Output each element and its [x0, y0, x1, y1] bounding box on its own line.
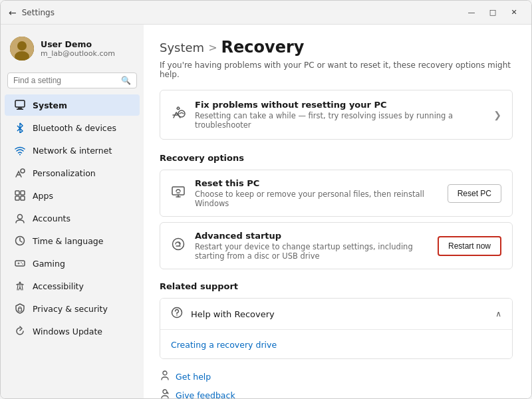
sidebar-item-system-label: System — [33, 100, 67, 110]
title-bar: ← Settings — □ ✕ — [1, 1, 531, 25]
content-area: System > Recovery If you're having probl… — [144, 25, 531, 398]
svg-rect-5 — [17, 109, 23, 110]
maximize-button[interactable]: □ — [483, 3, 502, 22]
reset-pc-button[interactable]: Reset PC — [448, 184, 501, 203]
support-body: Creating a recovery drive — [160, 329, 512, 358]
sidebar-item-bluetooth[interactable]: Bluetooth & devices — [5, 117, 140, 138]
sidebar: User Demo m_lab@outlook.com 🔍 System — [1, 25, 144, 398]
svg-rect-8 — [15, 191, 19, 195]
get-help-icon — [160, 370, 170, 383]
give-feedback-item[interactable]: Give feedback — [160, 388, 513, 398]
svg-point-23 — [176, 315, 178, 316]
fix-problems-title: Fix problems without resetting your PC — [195, 100, 493, 110]
window-title: Settings — [22, 8, 462, 17]
breadcrumb-separator: > — [208, 41, 217, 54]
gaming-icon — [14, 257, 26, 269]
svg-point-1 — [17, 41, 27, 51]
svg-point-7 — [21, 169, 25, 173]
recovery-options-title: Recovery options — [160, 153, 513, 163]
sidebar-item-apps[interactable]: Apps — [5, 185, 140, 206]
sidebar-item-personalization[interactable]: Personalization — [5, 162, 140, 184]
sidebar-item-update-label: Windows Update — [33, 327, 102, 336]
user-name: User Demo — [41, 39, 115, 49]
svg-rect-14 — [15, 261, 25, 266]
bluetooth-icon — [14, 122, 26, 134]
svg-point-16 — [22, 263, 23, 265]
svg-rect-18 — [19, 309, 22, 311]
page-description: If you're having problems with your PC o… — [160, 61, 513, 79]
back-button[interactable]: ← — [9, 7, 17, 18]
advanced-startup-desc: Restart your device to change startup se… — [195, 242, 438, 261]
sidebar-item-update[interactable]: Windows Update — [5, 321, 140, 342]
svg-point-6 — [19, 154, 21, 156]
sidebar-item-privacy[interactable]: Privacy & security — [5, 298, 140, 319]
sidebar-item-accessibility[interactable]: Accessibility — [5, 275, 140, 297]
help-recovery-icon — [171, 307, 183, 321]
time-icon — [14, 235, 26, 247]
sidebar-item-personalization-label: Personalization — [33, 168, 96, 178]
search-icon: 🔍 — [121, 76, 131, 85]
accessibility-icon — [14, 280, 26, 292]
sidebar-item-network-label: Network & internet — [33, 146, 112, 156]
breadcrumb-parent[interactable]: System — [160, 41, 204, 55]
user-email: m_lab@outlook.com — [41, 49, 115, 58]
breadcrumb: System > Recovery — [160, 38, 513, 57]
restart-now-button[interactable]: Restart now — [438, 236, 501, 256]
give-feedback-icon — [160, 388, 170, 398]
sidebar-item-accounts-label: Accounts — [33, 213, 70, 223]
reset-pc-row: Reset this PC Choose to keep or remove y… — [160, 170, 513, 217]
advanced-startup-row: Advanced startup Restart your device to … — [160, 222, 513, 269]
get-help-item[interactable]: Get help — [160, 370, 513, 383]
help-with-recovery-header[interactable]: Help with Recovery ∧ — [160, 299, 512, 329]
related-support-title: Related support — [160, 281, 513, 291]
privacy-icon — [14, 303, 26, 315]
recovery-drive-link[interactable]: Creating a recovery drive — [171, 340, 277, 350]
sidebar-item-network[interactable]: Network & internet — [5, 140, 140, 161]
chevron-up-icon: ∧ — [495, 309, 501, 319]
user-profile[interactable]: User Demo m_lab@outlook.com — [1, 30, 144, 67]
sidebar-item-accounts[interactable]: Accounts — [5, 207, 140, 229]
get-help-text: Get help — [176, 372, 211, 382]
svg-rect-10 — [15, 196, 19, 200]
sidebar-item-time[interactable]: Time & language — [5, 230, 140, 251]
window-controls: — □ ✕ — [462, 3, 523, 22]
avatar — [10, 37, 34, 61]
sidebar-item-apps-label: Apps — [33, 191, 53, 201]
related-support-section: Related support Help with Recovery ∧ Cre… — [160, 281, 513, 359]
close-button[interactable]: ✕ — [505, 3, 523, 22]
svg-rect-11 — [21, 196, 25, 200]
avatar-icon — [10, 37, 34, 61]
advanced-startup-text: Advanced startup Restart your device to … — [195, 231, 438, 261]
reset-pc-text: Reset this PC Choose to keep or remove y… — [195, 178, 448, 208]
fix-problems-card[interactable]: Fix problems without resetting your PC R… — [160, 90, 513, 140]
svg-point-12 — [18, 215, 23, 219]
sidebar-item-accessibility-label: Accessibility — [33, 281, 84, 291]
svg-rect-3 — [15, 100, 25, 107]
footer-links: Get help Give feedback — [160, 370, 513, 398]
search-input[interactable] — [13, 76, 121, 85]
svg-point-17 — [19, 282, 21, 284]
breadcrumb-current: Recovery — [221, 38, 305, 57]
fix-problems-desc: Resetting can take a while — first, try … — [195, 111, 493, 130]
reset-pc-icon — [171, 184, 186, 202]
sidebar-item-gaming[interactable]: Gaming — [5, 253, 140, 274]
system-icon — [14, 99, 26, 111]
sidebar-item-system[interactable]: System — [5, 94, 140, 116]
svg-point-24 — [163, 371, 167, 375]
support-card: Help with Recovery ∧ Creating a recovery… — [160, 298, 513, 359]
network-icon — [14, 144, 26, 156]
fix-problems-text: Fix problems without resetting your PC R… — [195, 100, 493, 130]
personalization-icon — [14, 167, 26, 179]
svg-point-15 — [21, 262, 22, 263]
reset-pc-title: Reset this PC — [195, 178, 448, 188]
give-feedback-text: Give feedback — [176, 390, 235, 399]
update-icon — [14, 325, 26, 337]
accounts-icon — [14, 212, 26, 224]
search-box[interactable]: 🔍 — [7, 72, 137, 88]
svg-rect-4 — [18, 108, 22, 109]
fix-problems-arrow: ❯ — [493, 110, 501, 120]
svg-rect-9 — [21, 191, 25, 195]
minimize-button[interactable]: — — [462, 3, 481, 22]
user-info: User Demo m_lab@outlook.com — [41, 39, 115, 58]
fix-problems-icon — [171, 106, 186, 124]
